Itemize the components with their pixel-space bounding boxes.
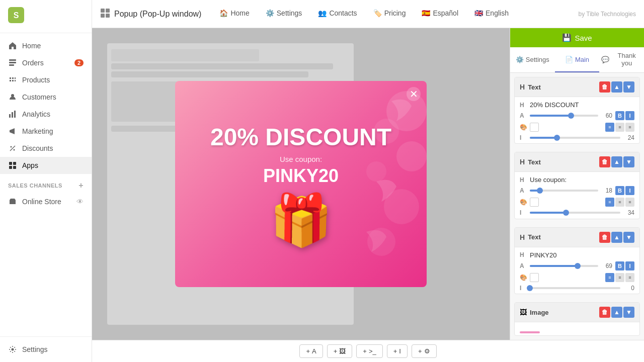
- image-block-actions: 🗑 ▲ ▼: [599, 307, 634, 318]
- image-block: 🖼 Image 🗑 ▲ ▼: [514, 302, 640, 336]
- add-text-button[interactable]: + A: [299, 344, 323, 358]
- italic-button[interactable]: I: [625, 111, 634, 120]
- align-center-button[interactable]: ≡: [615, 123, 624, 132]
- i-slider-2[interactable]: [530, 212, 620, 214]
- italic-button-2[interactable]: I: [625, 186, 634, 195]
- move-handle[interactable]: ⊹: [424, 280, 427, 287]
- topbar-nav-home[interactable]: 🏠 Home: [211, 0, 257, 28]
- sales-channels-section: SALES CHANNELS +: [0, 174, 92, 193]
- delete-block-2-button[interactable]: 🗑: [599, 156, 610, 167]
- align-left-button[interactable]: ≡: [605, 123, 614, 132]
- delete-image-button[interactable]: 🗑: [599, 307, 610, 318]
- sidebar-item-customers[interactable]: Customers: [0, 88, 92, 106]
- block-type-label-3: Text: [528, 233, 596, 241]
- add-code-button[interactable]: + >_: [356, 344, 382, 358]
- move-image-down-button[interactable]: ▼: [623, 307, 634, 318]
- italic-button-3[interactable]: I: [625, 261, 634, 270]
- color-swatch[interactable]: [530, 123, 539, 132]
- bold-button[interactable]: B: [615, 111, 624, 120]
- add-image-icon: +: [334, 347, 338, 355]
- bold-button-3[interactable]: B: [615, 261, 624, 270]
- align-right-button[interactable]: ≡: [625, 123, 634, 132]
- topbar-nav-espanol[interactable]: 🇪🇸 Español: [414, 0, 466, 28]
- delete-block-3-button[interactable]: 🗑: [599, 232, 610, 243]
- align-center-button-3[interactable]: ≡: [615, 273, 624, 282]
- popup-box[interactable]: ✕ 20% DISCOUNT Use coupon: PINKY20 🎁 ⊹: [175, 81, 427, 287]
- sidebar-item-discounts[interactable]: Discounts: [0, 140, 92, 157]
- align-right-button-3[interactable]: ≡: [625, 273, 634, 282]
- sidebar-item-products[interactable]: Products: [0, 71, 92, 88]
- add-input-button[interactable]: + I: [387, 344, 408, 358]
- settings-icon: [8, 345, 17, 354]
- a-field-row-3: A 69 B I: [520, 261, 634, 270]
- topbar-nav-settings[interactable]: ⚙️ Settings: [258, 0, 310, 28]
- svg-rect-7: [12, 112, 13, 118]
- move-block-2-up-button[interactable]: ▲: [611, 156, 622, 167]
- align-center-button-2[interactable]: ≡: [615, 198, 624, 207]
- text-block-1: H Text 🗑 ▲ ▼ H 20% DISCOUNT A: [514, 77, 640, 144]
- sidebar-item-label: Settings: [22, 345, 48, 353]
- move-block-down-button[interactable]: ▼: [623, 81, 634, 93]
- i-slider-3[interactable]: [530, 287, 620, 289]
- text-type-icon: H: [520, 83, 525, 91]
- a-slider[interactable]: [530, 115, 598, 117]
- eye-icon[interactable]: 👁: [76, 198, 84, 206]
- topbar-nav-english[interactable]: 🇬🇧 English: [466, 0, 517, 28]
- align-left-button-3[interactable]: ≡: [605, 273, 614, 282]
- topbar-nav-pricing[interactable]: 🏷️ Pricing: [365, 0, 414, 28]
- add-code-icon: +: [363, 347, 367, 355]
- bold-button-2[interactable]: B: [615, 186, 624, 195]
- add-image-button[interactable]: + 🖼: [327, 344, 353, 358]
- a-field-value: 60: [601, 112, 612, 119]
- english-flag-icon: 🇬🇧: [474, 9, 483, 17]
- align-left-button-2[interactable]: ≡: [605, 198, 614, 207]
- move-block-3-up-button[interactable]: ▲: [611, 232, 622, 243]
- save-icon: 💾: [562, 33, 572, 42]
- sidebar-item-analytics[interactable]: Analytics: [0, 106, 92, 123]
- a-slider-2[interactable]: [530, 190, 598, 192]
- move-block-2-down-button[interactable]: ▼: [623, 156, 634, 167]
- block-type-label: Text: [528, 83, 596, 91]
- sidebar-item-label: Orders: [22, 59, 44, 67]
- h-field-value-2: Use coupon:: [530, 176, 567, 184]
- sidebar-footer: Settings: [0, 336, 92, 362]
- topbar-by-label: by Tible Technologies: [578, 11, 636, 18]
- move-block-up-button[interactable]: ▲: [611, 81, 622, 93]
- i-slider[interactable]: [530, 137, 620, 139]
- popup-close-button[interactable]: ✕: [407, 87, 421, 101]
- align-buttons: ≡ ≡ ≡: [605, 123, 634, 132]
- move-block-3-down-button[interactable]: ▼: [623, 232, 634, 243]
- apps-icon: [8, 161, 17, 170]
- text-block-1-header: H Text 🗑 ▲ ▼: [515, 77, 639, 97]
- move-image-up-button[interactable]: ▲: [611, 307, 622, 318]
- block-actions-2: 🗑 ▲ ▼: [599, 156, 634, 167]
- a-slider-3[interactable]: [530, 265, 598, 267]
- align-right-button-2[interactable]: ≡: [625, 198, 634, 207]
- sidebar-item-orders[interactable]: Orders 2: [0, 54, 92, 71]
- sidebar-item-settings[interactable]: Settings: [0, 341, 92, 358]
- sidebar-item-apps[interactable]: Apps: [0, 157, 92, 174]
- delete-block-button[interactable]: 🗑: [599, 81, 610, 93]
- h-field-row-2: H Use coupon:: [520, 176, 634, 184]
- color-swatch-2[interactable]: [530, 198, 539, 207]
- topbar-nav-contacts[interactable]: 👥 Contacts: [310, 0, 365, 28]
- add-channel-icon[interactable]: +: [78, 181, 84, 190]
- floral-decoration: [326, 81, 427, 282]
- h-field-label-2: H: [520, 176, 527, 184]
- a-slider-wrap-3: [530, 265, 598, 267]
- color-swatch-3[interactable]: [530, 273, 539, 282]
- save-button[interactable]: 💾 Save: [510, 28, 644, 47]
- topbar: Popup (Pop-Up window) 🏠 Home ⚙️ Settings…: [92, 0, 644, 28]
- add-misc-button[interactable]: + ⚙: [412, 344, 437, 358]
- tab-thankyou[interactable]: 💬 Thank you: [599, 47, 644, 72]
- svg-point-23: [396, 141, 427, 171]
- settings-nav-icon: ⚙️: [266, 9, 274, 17]
- i-field-value-2: 34: [623, 209, 634, 216]
- sidebar-item-marketing[interactable]: Marketing: [0, 123, 92, 140]
- sidebar-item-home[interactable]: Home: [0, 37, 92, 54]
- sidebar-item-online-store[interactable]: Online Store 👁: [0, 193, 92, 210]
- text-block-3-body: H PINKY20 A 69 B: [515, 247, 639, 294]
- tab-settings[interactable]: ⚙️ Settings: [510, 47, 555, 72]
- tab-main[interactable]: 📄 Main: [555, 47, 600, 72]
- i-field-label: I: [520, 134, 527, 141]
